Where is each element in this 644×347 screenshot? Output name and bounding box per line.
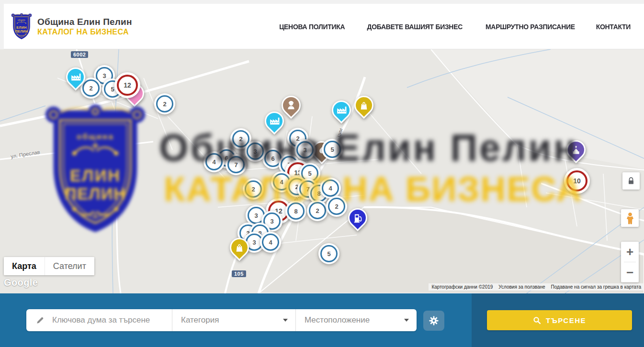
lock-icon	[626, 176, 636, 186]
bag-icon	[359, 100, 369, 111]
cluster-count: 4	[280, 179, 283, 186]
cluster-marker[interactable]: 5	[322, 139, 343, 160]
street-view-pegman[interactable]	[621, 209, 639, 227]
advanced-search-button[interactable]	[423, 311, 444, 331]
google-map[interactable]: 6002105ул. Преславциибул. „Новосел 32512…	[0, 49, 644, 293]
cluster-marker[interactable]: 5	[318, 243, 339, 264]
keyword-field-wrap	[26, 309, 172, 331]
map-type-satellite-button[interactable]: Сателит	[45, 257, 94, 275]
cluster-count: 12	[124, 81, 131, 89]
gear-icon	[429, 315, 439, 326]
location-select-label: Местоположение	[305, 315, 370, 325]
cluster-count: 7	[234, 161, 237, 168]
map-type-control: Карта Сателит	[4, 257, 94, 275]
factory-icon	[70, 72, 81, 82]
cluster-count: 5	[308, 170, 311, 177]
keyword-input[interactable]	[51, 315, 165, 325]
nav-item-route-schedule[interactable]: МАРШРУТНО РАЗПИСАНИЕ	[486, 22, 575, 31]
zoom-out-button[interactable]: −	[621, 262, 639, 282]
cluster-count: 5	[327, 250, 330, 257]
cluster-count: 4	[328, 185, 332, 192]
cluster-marker[interactable]: 7	[226, 154, 247, 175]
map-type-map-button[interactable]: Карта	[4, 257, 45, 275]
search-submit-button[interactable]: ТЪРСЕНЕ	[487, 310, 632, 330]
cluster-marker[interactable]: 2	[154, 93, 175, 114]
cluster-count: 3	[252, 239, 256, 246]
cluster-count: 2	[239, 135, 242, 143]
bag-icon	[234, 242, 245, 253]
cluster-count: 5	[330, 146, 334, 153]
nav-item-contacts[interactable]: КОНТАКТИ	[596, 22, 631, 31]
cluster-count: 2	[335, 203, 338, 210]
cluster-count: 10	[573, 177, 581, 185]
search-bar: ТЪРСЕНЕ Категория Местоположение	[0, 293, 644, 347]
attribution-terms-link[interactable]: Условия за ползване	[496, 283, 548, 291]
map-lock-button[interactable]	[622, 172, 640, 190]
location-select[interactable]: Местоположение	[295, 309, 417, 331]
site-title: Община Елин Пелин	[37, 17, 132, 27]
attribution-copyright: Картографски данни ©2019	[429, 283, 496, 291]
nav-item-pricing[interactable]: ЦЕНОВА ПОЛИТИКА	[279, 22, 345, 31]
site-header: Община Елин Пелин КАТАЛОГ НА БИЗНЕСА ЦЕН…	[4, 4, 644, 49]
chevron-down-icon	[283, 319, 288, 322]
cluster-count: 2	[89, 85, 92, 92]
cluster-marker[interactable]: 3	[294, 139, 316, 160]
cluster-marker[interactable]: 8	[285, 201, 306, 222]
cluster-count: 3	[270, 218, 273, 225]
search-fields: Категория Местоположение	[26, 309, 417, 331]
cluster-count: 3	[253, 148, 257, 155]
cluster-marker[interactable]: 2	[243, 179, 264, 200]
cluster-count: 5	[111, 86, 114, 93]
road-shield-label: 6002	[71, 51, 88, 58]
google-logo[interactable]: Google	[4, 277, 38, 288]
attribution-report-link[interactable]: Подаване на сигнал за грешка в картата	[548, 283, 644, 291]
chevron-down-icon	[404, 319, 409, 322]
cluster-marker[interactable]: 2	[307, 200, 328, 221]
cluster-count: 2	[163, 101, 166, 108]
main-nav: ЦЕНОВА ПОЛИТИКА ДОБАВЕТЕ ВАШИЯТ БИЗНЕС М…	[277, 22, 632, 31]
factory-icon	[269, 116, 280, 126]
pencil-icon	[36, 316, 45, 325]
cluster-marker[interactable]: 4	[260, 232, 281, 253]
cluster-marker[interactable]: 4	[203, 151, 225, 172]
cluster-count: 3	[102, 72, 106, 79]
cluster-count: 2	[316, 207, 319, 214]
cluster-marker[interactable]: 12	[114, 72, 140, 98]
cluster-count: 8	[294, 208, 297, 215]
cluster-count: 4	[269, 239, 272, 246]
cluster-marker[interactable]: 10	[564, 168, 590, 194]
map-attribution: Картографски данни ©2019 Условия за полз…	[429, 283, 644, 291]
cluster-count: 3	[254, 212, 258, 219]
site-logo[interactable]: Община Елин Пелин КАТАЛОГ НА БИЗНЕСА	[11, 13, 132, 40]
church-icon	[571, 145, 581, 155]
road-shield-label: 105	[232, 270, 246, 277]
site-title-block: Община Елин Пелин КАТАЛОГ НА БИЗНЕСА	[37, 17, 132, 36]
nav-item-add-business[interactable]: ДОБАВЕТЕ ВАШИЯТ БИЗНЕС	[367, 22, 462, 31]
cluster-count: 6	[271, 155, 274, 162]
site-subtitle: КАТАЛОГ НА БИЗНЕСА	[37, 28, 132, 36]
map-zoom-control: + −	[621, 242, 639, 282]
factory-icon	[336, 105, 347, 115]
cluster-count: 3	[303, 146, 306, 154]
municipality-crest-icon	[11, 13, 33, 40]
category-select[interactable]: Категория	[172, 309, 295, 331]
search-submit-label: ТЪРСЕНЕ	[546, 316, 586, 325]
cluster-count: 4	[212, 158, 215, 166]
cluster-marker[interactable]: 3	[245, 141, 266, 162]
worker-icon	[286, 100, 296, 111]
zoom-in-button[interactable]: +	[621, 242, 639, 262]
pegman-icon	[624, 212, 636, 224]
cluster-marker[interactable]: 2	[326, 196, 347, 217]
search-icon	[533, 316, 541, 325]
cluster-count: 2	[251, 186, 255, 193]
fuel-icon	[352, 213, 363, 223]
search-bar-right-panel: ТЪРСЕНЕ	[472, 293, 644, 347]
category-select-label: Категория	[181, 315, 219, 325]
